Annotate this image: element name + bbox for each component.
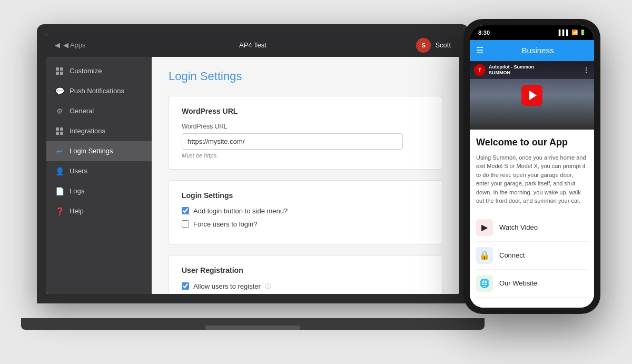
sidebar-item-general[interactable]: ⚙ General xyxy=(46,101,152,121)
sidebar-item-label: Login Settings xyxy=(70,147,113,155)
sidebar: Customize 💬 Push Notifications ⚙ General xyxy=(46,57,152,294)
registration-checkbox-row: Allow users to register ⓘ xyxy=(182,282,429,291)
login-settings-section: Login Settings Add login button to side … xyxy=(169,180,442,244)
phone: 8:30 ▌▌▌ 📶 🔋 ☰ Business T xyxy=(463,19,600,314)
person-icon: 👤 xyxy=(55,166,64,176)
user-name: Scott xyxy=(435,41,451,49)
action-watch-video[interactable]: ▶ Watch Video xyxy=(476,214,588,242)
tesla-logo: T xyxy=(474,64,486,76)
sidebar-item-label: Push Notifications xyxy=(70,87,124,95)
laptop: ◀ ◀ Apps AP4 Test S Scott xyxy=(37,24,469,330)
page-title: Login Settings xyxy=(169,70,442,83)
play-button[interactable] xyxy=(521,85,542,106)
sidebar-item-login-settings[interactable]: ↩ Login Settings xyxy=(46,141,152,161)
phone-header-title: Business xyxy=(488,46,588,55)
play-triangle-icon xyxy=(529,91,537,100)
header-title: AP4 Test xyxy=(160,41,345,49)
wordpress-section-title: WordPress URL xyxy=(182,107,429,115)
phone-time: 8:30 xyxy=(478,29,490,36)
signal-icon: ▌▌▌ xyxy=(559,29,570,35)
integrations-icon xyxy=(55,126,64,136)
avatar: S xyxy=(416,38,431,53)
video-thumbnail[interactable]: T Autopilot - Summon SUMMON ⋮ xyxy=(470,61,594,130)
login-checkbox-2-row: Force users to login? xyxy=(182,220,429,228)
laptop-body: ◀ ◀ Apps AP4 Test S Scott xyxy=(37,24,469,303)
welcome-text: Using Summon, once you arrive home and e… xyxy=(476,153,588,205)
phone-content: T Autopilot - Summon SUMMON ⋮ Welcome to… xyxy=(470,61,594,308)
info-icon: ⓘ xyxy=(265,282,271,291)
back-button[interactable]: ◀ ◀ Apps xyxy=(55,41,160,49)
app-layout: Customize 💬 Push Notifications ⚙ General xyxy=(46,57,459,294)
phone-body-content: Welcome to our App Using Summon, once yo… xyxy=(470,130,594,305)
sidebar-item-help[interactable]: ❓ Help xyxy=(46,201,152,221)
registration-checkbox[interactable] xyxy=(182,282,189,290)
login-checkbox-2-label: Force users to login? xyxy=(193,220,257,228)
user-registration-section: User Registration Allow users to registe… xyxy=(169,255,442,294)
phone-app-header: ☰ Business xyxy=(470,40,594,61)
phone-status-icons: ▌▌▌ 📶 🔋 xyxy=(559,29,586,35)
sidebar-item-users[interactable]: 👤 Users xyxy=(46,161,152,181)
wifi-icon: 📶 xyxy=(571,29,578,35)
sidebar-item-label: General xyxy=(70,107,94,115)
back-icon: ◀ xyxy=(55,41,60,49)
connect-label: Connect xyxy=(499,251,525,259)
login-section-title: Login Settings xyxy=(182,191,429,200)
doc-icon: 📄 xyxy=(55,186,64,196)
sidebar-item-label: Users xyxy=(70,167,87,175)
login-checkbox-1[interactable] xyxy=(182,207,189,214)
sidebar-item-label: Help xyxy=(70,207,84,215)
question-icon: ❓ xyxy=(55,206,64,216)
login-checkbox-2[interactable] xyxy=(182,220,189,228)
laptop-screen: ◀ ◀ Apps AP4 Test S Scott xyxy=(46,34,459,294)
action-website[interactable]: 🌐 Our Website xyxy=(476,270,588,298)
phone-screen: 8:30 ▌▌▌ 📶 🔋 ☰ Business T xyxy=(470,25,594,308)
login-checkbox-1-row: Add login button to side menu? xyxy=(182,207,429,215)
hamburger-icon[interactable]: ☰ xyxy=(476,45,483,55)
action-connect[interactable]: 🔒 Connect xyxy=(476,242,588,270)
laptop-base xyxy=(21,318,485,330)
app-header: ◀ ◀ Apps AP4 Test S Scott xyxy=(46,34,459,57)
back-label: ◀ Apps xyxy=(63,41,86,49)
phone-status-bar: 8:30 ▌▌▌ 📶 🔋 xyxy=(470,25,594,40)
video-title-bar: T Autopilot - Summon SUMMON ⋮ xyxy=(470,61,594,79)
website-icon: 🌐 xyxy=(476,275,493,292)
registration-checkbox-label: Allow users to register xyxy=(193,282,261,290)
video-more-icon[interactable]: ⋮ xyxy=(582,66,590,74)
login-icon: ↩ xyxy=(55,146,64,156)
battery-icon: 🔋 xyxy=(579,29,586,35)
bubble-icon: 💬 xyxy=(55,86,64,96)
wordpress-url-hint: Must be https. xyxy=(182,152,429,159)
video-text: Autopilot - Summon SUMMON xyxy=(489,64,534,76)
login-checkbox-1-label: Add login button to side menu? xyxy=(193,207,288,215)
registration-section-title: User Registration xyxy=(182,266,429,274)
sidebar-item-label: Integrations xyxy=(70,127,105,135)
wordpress-url-label: WordPress URL xyxy=(182,123,429,130)
sidebar-item-integrations[interactable]: Integrations xyxy=(46,121,152,141)
website-label: Our Website xyxy=(499,279,537,287)
wordpress-section: WordPress URL WordPress URL Must be http… xyxy=(169,96,442,170)
welcome-title: Welcome to our App xyxy=(476,137,588,148)
wordpress-url-input[interactable] xyxy=(182,133,403,150)
grid-icon xyxy=(55,66,64,76)
main-content: Login Settings WordPress URL WordPress U… xyxy=(152,57,459,294)
sidebar-item-push-notifications[interactable]: 💬 Push Notifications xyxy=(46,81,152,101)
watch-video-icon: ▶ xyxy=(476,219,493,236)
header-right: S Scott xyxy=(345,38,451,53)
watch-video-label: Watch Video xyxy=(499,223,538,231)
sidebar-item-logs[interactable]: 📄 Logs xyxy=(46,181,152,201)
gear-icon: ⚙ xyxy=(55,106,64,116)
scene: ◀ ◀ Apps AP4 Test S Scott xyxy=(26,14,606,351)
sidebar-item-label: Logs xyxy=(70,187,84,195)
announcements-label: Announcements xyxy=(470,305,594,308)
connect-icon: 🔒 xyxy=(476,247,493,264)
sidebar-item-customize[interactable]: Customize xyxy=(46,61,152,81)
sidebar-item-label: Customize xyxy=(70,67,102,75)
